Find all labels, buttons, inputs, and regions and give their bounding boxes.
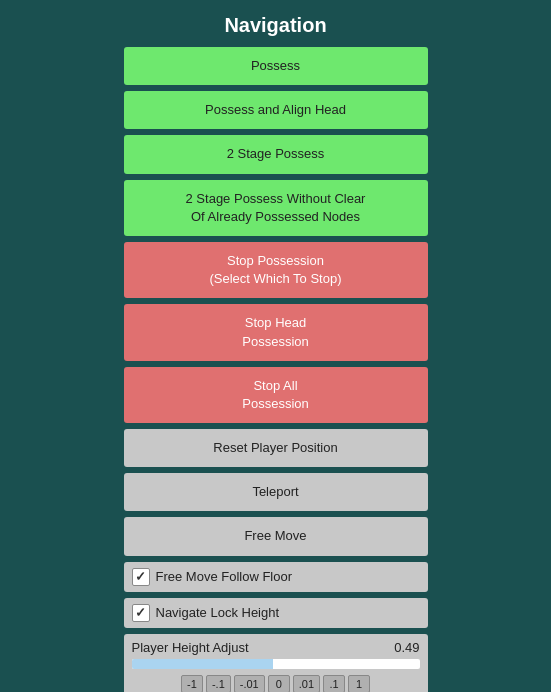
slider-btn-zero[interactable]: 0 — [268, 675, 290, 692]
stop-head-possession-button[interactable]: Stop Head Possession — [124, 304, 428, 360]
slider-fill — [132, 659, 273, 669]
slider-btn-minus01[interactable]: -.1 — [206, 675, 231, 692]
slider-header: Player Height Adjust 0.49 — [132, 640, 420, 655]
slider-track[interactable] — [132, 659, 420, 669]
slider-btn-minus1[interactable]: -1 — [181, 675, 203, 692]
possess-align-head-button[interactable]: Possess and Align Head — [124, 91, 428, 129]
free-move-follow-floor-label: Free Move Follow Floor — [156, 569, 293, 584]
navigate-lock-height-checkbox-box — [132, 604, 150, 622]
slider-buttons-row: -1 -.1 -.01 0 .01 .1 1 — [132, 675, 420, 692]
slider-btn-plus001[interactable]: .01 — [293, 675, 320, 692]
slider-btn-minus001[interactable]: -.01 — [234, 675, 265, 692]
player-height-adjust-section: Player Height Adjust 0.49 -1 -.1 -.01 0 … — [124, 634, 428, 692]
navigate-lock-height-checkbox[interactable]: Navigate Lock Height — [124, 598, 428, 628]
stop-possession-button[interactable]: Stop Possession (Select Which To Stop) — [124, 242, 428, 298]
slider-label: Player Height Adjust — [132, 640, 249, 655]
slider-value: 0.49 — [394, 640, 419, 655]
navigate-lock-height-label: Navigate Lock Height — [156, 605, 280, 620]
possess-button[interactable]: Possess — [124, 47, 428, 85]
slider-btn-plus01[interactable]: .1 — [323, 675, 345, 692]
page-title: Navigation — [0, 0, 551, 47]
two-stage-possess-no-clear-button[interactable]: 2 Stage Possess Without Clear Of Already… — [124, 180, 428, 236]
navigation-panel: Possess Possess and Align Head 2 Stage P… — [124, 47, 428, 692]
stop-all-possession-button[interactable]: Stop All Possession — [124, 367, 428, 423]
teleport-button[interactable]: Teleport — [124, 473, 428, 511]
free-move-button[interactable]: Free Move — [124, 517, 428, 555]
reset-player-position-button[interactable]: Reset Player Position — [124, 429, 428, 467]
slider-btn-plus1[interactable]: 1 — [348, 675, 370, 692]
two-stage-possess-button[interactable]: 2 Stage Possess — [124, 135, 428, 173]
free-move-follow-floor-checkbox-box — [132, 568, 150, 586]
free-move-follow-floor-checkbox[interactable]: Free Move Follow Floor — [124, 562, 428, 592]
